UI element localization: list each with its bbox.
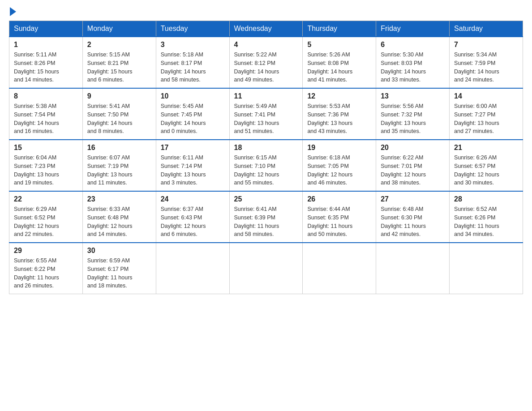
day-info: Sunrise: 6:18 AMSunset: 7:05 PMDaylight:…: [307, 154, 371, 187]
day-info: Sunrise: 6:55 AMSunset: 6:22 PMDaylight:…: [14, 257, 78, 290]
weekday-header-thursday: Thursday: [303, 21, 376, 37]
day-info: Sunrise: 6:41 AMSunset: 6:39 PMDaylight:…: [234, 205, 298, 239]
empty-cell: [450, 243, 523, 294]
day-number: 10: [161, 92, 225, 100]
day-info: Sunrise: 5:53 AMSunset: 7:36 PMDaylight:…: [307, 102, 371, 136]
day-cell-14: 14Sunrise: 6:00 AMSunset: 7:27 PMDayligh…: [450, 88, 523, 140]
day-cell-26: 26Sunrise: 6:44 AMSunset: 6:35 PMDayligh…: [303, 191, 376, 243]
week-row-1: 1Sunrise: 5:11 AMSunset: 8:26 PMDaylight…: [9, 37, 523, 88]
day-cell-9: 9Sunrise: 5:41 AMSunset: 7:50 PMDaylight…: [82, 88, 156, 140]
day-number: 30: [87, 247, 151, 255]
day-info: Sunrise: 6:11 AMSunset: 7:14 PMDaylight:…: [161, 154, 225, 187]
week-row-4: 22Sunrise: 6:29 AMSunset: 6:52 PMDayligh…: [9, 191, 523, 243]
day-info: Sunrise: 6:48 AMSunset: 6:30 PMDaylight:…: [381, 205, 445, 239]
calendar-table: SundayMondayTuesdayWednesdayThursdayFrid…: [9, 21, 523, 294]
day-number: 15: [14, 144, 78, 152]
day-number: 19: [307, 144, 371, 152]
day-number: 16: [87, 144, 151, 152]
weekday-header-friday: Friday: [376, 21, 450, 37]
empty-cell: [229, 243, 303, 294]
day-number: 12: [307, 92, 371, 100]
day-info: Sunrise: 6:37 AMSunset: 6:43 PMDaylight:…: [161, 205, 225, 239]
day-info: Sunrise: 6:59 AMSunset: 6:17 PMDaylight:…: [87, 257, 151, 290]
day-cell-29: 29Sunrise: 6:55 AMSunset: 6:22 PMDayligh…: [9, 243, 83, 294]
day-cell-15: 15Sunrise: 6:04 AMSunset: 7:23 PMDayligh…: [9, 140, 83, 191]
day-info: Sunrise: 5:15 AMSunset: 8:21 PMDaylight:…: [87, 51, 151, 84]
day-info: Sunrise: 5:18 AMSunset: 8:17 PMDaylight:…: [161, 51, 225, 84]
day-info: Sunrise: 5:38 AMSunset: 7:54 PMDaylight:…: [14, 102, 78, 136]
day-cell-5: 5Sunrise: 5:26 AMSunset: 8:08 PMDaylight…: [303, 37, 376, 88]
day-cell-12: 12Sunrise: 5:53 AMSunset: 7:36 PMDayligh…: [303, 88, 376, 140]
week-row-5: 29Sunrise: 6:55 AMSunset: 6:22 PMDayligh…: [9, 243, 523, 294]
day-number: 14: [454, 92, 518, 100]
day-number: 21: [454, 144, 518, 152]
day-cell-8: 8Sunrise: 5:38 AMSunset: 7:54 PMDaylight…: [9, 88, 83, 140]
day-number: 11: [234, 92, 298, 100]
day-number: 3: [161, 41, 225, 49]
day-info: Sunrise: 5:22 AMSunset: 8:12 PMDaylight:…: [234, 51, 298, 84]
week-row-2: 8Sunrise: 5:38 AMSunset: 7:54 PMDaylight…: [9, 88, 523, 140]
day-cell-22: 22Sunrise: 6:29 AMSunset: 6:52 PMDayligh…: [9, 191, 83, 243]
day-number: 24: [161, 195, 225, 203]
day-number: 29: [14, 247, 78, 255]
day-number: 5: [307, 41, 371, 49]
day-cell-28: 28Sunrise: 6:52 AMSunset: 6:26 PMDayligh…: [450, 191, 523, 243]
day-number: 17: [161, 144, 225, 152]
day-number: 18: [234, 144, 298, 152]
day-number: 23: [87, 195, 151, 203]
logo-arrow-icon: [10, 7, 16, 16]
day-cell-3: 3Sunrise: 5:18 AMSunset: 8:17 PMDaylight…: [156, 37, 229, 88]
day-number: 7: [454, 41, 518, 49]
weekday-header-saturday: Saturday: [450, 21, 523, 37]
weekday-header-wednesday: Wednesday: [229, 21, 303, 37]
day-info: Sunrise: 6:00 AMSunset: 7:27 PMDaylight:…: [454, 102, 518, 136]
day-info: Sunrise: 5:41 AMSunset: 7:50 PMDaylight:…: [87, 102, 151, 136]
day-cell-25: 25Sunrise: 6:41 AMSunset: 6:39 PMDayligh…: [229, 191, 303, 243]
day-cell-18: 18Sunrise: 6:15 AMSunset: 7:10 PMDayligh…: [229, 140, 303, 191]
day-info: Sunrise: 5:56 AMSunset: 7:32 PMDaylight:…: [381, 102, 445, 136]
day-info: Sunrise: 6:15 AMSunset: 7:10 PMDaylight:…: [234, 154, 298, 187]
week-row-3: 15Sunrise: 6:04 AMSunset: 7:23 PMDayligh…: [9, 140, 523, 191]
logo: [9, 9, 16, 16]
day-cell-4: 4Sunrise: 5:22 AMSunset: 8:12 PMDaylight…: [229, 37, 303, 88]
day-cell-19: 19Sunrise: 6:18 AMSunset: 7:05 PMDayligh…: [303, 140, 376, 191]
day-info: Sunrise: 6:52 AMSunset: 6:26 PMDaylight:…: [454, 205, 518, 239]
day-number: 20: [381, 144, 445, 152]
day-number: 8: [14, 92, 78, 100]
day-info: Sunrise: 6:29 AMSunset: 6:52 PMDaylight:…: [14, 205, 78, 239]
day-info: Sunrise: 6:33 AMSunset: 6:48 PMDaylight:…: [87, 205, 151, 239]
day-info: Sunrise: 5:30 AMSunset: 8:03 PMDaylight:…: [381, 51, 445, 84]
day-number: 26: [307, 195, 371, 203]
day-number: 1: [14, 41, 78, 49]
day-number: 6: [381, 41, 445, 49]
weekday-header-sunday: Sunday: [9, 21, 83, 37]
day-info: Sunrise: 6:07 AMSunset: 7:19 PMDaylight:…: [87, 154, 151, 187]
weekday-header-monday: Monday: [82, 21, 156, 37]
weekday-header-tuesday: Tuesday: [156, 21, 229, 37]
day-info: Sunrise: 5:34 AMSunset: 7:59 PMDaylight:…: [454, 51, 518, 84]
day-info: Sunrise: 5:45 AMSunset: 7:45 PMDaylight:…: [161, 102, 225, 136]
day-cell-7: 7Sunrise: 5:34 AMSunset: 7:59 PMDaylight…: [450, 37, 523, 88]
day-cell-23: 23Sunrise: 6:33 AMSunset: 6:48 PMDayligh…: [82, 191, 156, 243]
empty-cell: [303, 243, 376, 294]
day-info: Sunrise: 6:26 AMSunset: 6:57 PMDaylight:…: [454, 154, 518, 187]
day-number: 22: [14, 195, 78, 203]
day-number: 2: [87, 41, 151, 49]
day-cell-20: 20Sunrise: 6:22 AMSunset: 7:01 PMDayligh…: [376, 140, 450, 191]
day-info: Sunrise: 5:49 AMSunset: 7:41 PMDaylight:…: [234, 102, 298, 136]
day-number: 13: [381, 92, 445, 100]
day-cell-24: 24Sunrise: 6:37 AMSunset: 6:43 PMDayligh…: [156, 191, 229, 243]
day-number: 27: [381, 195, 445, 203]
day-number: 28: [454, 195, 518, 203]
empty-cell: [156, 243, 229, 294]
day-cell-21: 21Sunrise: 6:26 AMSunset: 6:57 PMDayligh…: [450, 140, 523, 191]
day-number: 4: [234, 41, 298, 49]
day-cell-2: 2Sunrise: 5:15 AMSunset: 8:21 PMDaylight…: [82, 37, 156, 88]
day-info: Sunrise: 5:26 AMSunset: 8:08 PMDaylight:…: [307, 51, 371, 84]
day-cell-6: 6Sunrise: 5:30 AMSunset: 8:03 PMDaylight…: [376, 37, 450, 88]
day-info: Sunrise: 6:22 AMSunset: 7:01 PMDaylight:…: [381, 154, 445, 187]
day-info: Sunrise: 5:11 AMSunset: 8:26 PMDaylight:…: [14, 51, 78, 84]
day-info: Sunrise: 6:44 AMSunset: 6:35 PMDaylight:…: [307, 205, 371, 239]
day-cell-11: 11Sunrise: 5:49 AMSunset: 7:41 PMDayligh…: [229, 88, 303, 140]
day-info: Sunrise: 6:04 AMSunset: 7:23 PMDaylight:…: [14, 154, 78, 187]
